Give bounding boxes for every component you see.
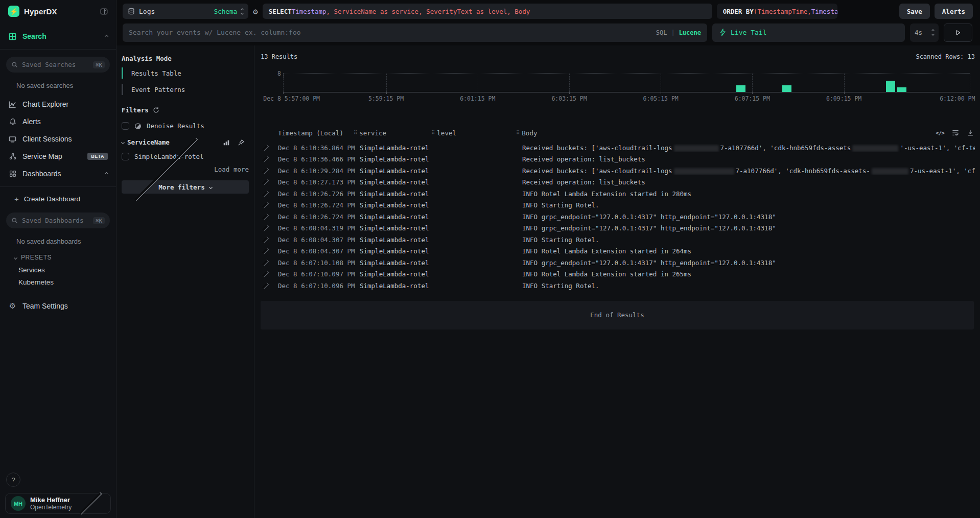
row-expand-cell[interactable] (261, 227, 269, 229)
row-expand-cell[interactable] (261, 285, 269, 287)
drag-handle-icon[interactable]: ⠿ (354, 130, 357, 135)
event-search-input[interactable] (129, 29, 652, 36)
denoise-checkbox[interactable] (122, 122, 129, 130)
row-expand-icon[interactable] (262, 271, 269, 277)
log-row[interactable]: Dec 8 6:10:26.726 PMSimpleLambda-rotelIN… (261, 188, 975, 200)
order-by-input[interactable]: ORDER BY (TimestampTime, Timestamp) DESC (717, 4, 837, 19)
row-expand-cell[interactable] (261, 204, 269, 206)
row-divider (269, 191, 269, 197)
column-header-service[interactable]: ⠿ service (354, 129, 431, 137)
sidebar-item-team-settings[interactable]: ⚙ Team Settings (0, 297, 116, 315)
play-button[interactable] (944, 23, 972, 42)
drag-handle-icon[interactable]: ⠿ (516, 130, 520, 135)
refresh-icon[interactable] (153, 107, 159, 113)
row-expand-cell[interactable] (261, 170, 269, 172)
pin-icon[interactable] (238, 139, 245, 146)
saved-searches-field[interactable] (22, 61, 89, 68)
row-expand-icon[interactable] (262, 214, 269, 220)
log-row[interactable]: Dec 8 6:10:26.724 PMSimpleLambda-rotelIN… (261, 211, 975, 223)
view-source-icon[interactable]: </> (936, 130, 944, 136)
log-row[interactable]: Dec 8 6:10:27.173 PMSimpleLambda-rotelRe… (261, 177, 975, 189)
create-dashboard-button[interactable]: + Create Dashboard (0, 191, 116, 206)
column-header-timestamp[interactable]: Timestamp (Local) (273, 129, 354, 137)
row-expand-cell[interactable] (261, 216, 269, 218)
row-expand-icon[interactable] (262, 237, 269, 243)
mode-results-table[interactable]: Results Table (122, 67, 249, 79)
row-expand-icon[interactable] (262, 191, 269, 197)
lucene-toggle[interactable]: Lucene (679, 29, 701, 36)
row-expand-cell[interactable] (261, 239, 269, 241)
event-search-box[interactable]: SQL | Lucene (123, 23, 707, 42)
body-text: Received operation: list_buckets (522, 155, 645, 163)
live-tail-button[interactable]: Live Tail (712, 23, 905, 42)
histogram-bar[interactable] (886, 81, 895, 92)
row-expand-icon[interactable] (262, 260, 269, 266)
preset-item-services[interactable]: Services (0, 264, 116, 276)
row-expand-cell[interactable] (261, 158, 269, 160)
drag-handle-icon[interactable]: ⠿ (431, 130, 435, 135)
saved-dashboards-input[interactable]: ⌘K (6, 213, 110, 228)
histogram-bar[interactable] (782, 85, 791, 92)
mode-event-patterns[interactable]: Event Patterns (122, 84, 249, 95)
histogram-bar[interactable] (736, 85, 745, 92)
row-expand-cell[interactable] (261, 193, 269, 195)
log-row[interactable]: Dec 8 6:08:04.307 PMSimpleLambda-rotelIN… (261, 246, 975, 257)
log-row[interactable]: Dec 8 6:07:10.096 PMSimpleLambda-rotelIN… (261, 280, 975, 292)
row-expand-cell[interactable] (261, 262, 269, 264)
schema-label[interactable]: Schema (214, 8, 237, 15)
row-expand-icon[interactable] (262, 248, 269, 254)
sidebar-item-alerts[interactable]: Alerts (0, 113, 116, 130)
sidebar-item-dashboards[interactable]: Dashboards (0, 165, 116, 182)
log-row[interactable]: Dec 8 6:07:10.108 PMSimpleLambda-rotelIN… (261, 257, 975, 269)
log-row[interactable]: Dec 8 6:10:29.284 PMSimpleLambda-rotelRe… (261, 165, 975, 177)
more-filters-button[interactable]: More filters (122, 180, 249, 194)
download-icon[interactable] (967, 129, 974, 136)
saved-dashboards-field[interactable] (22, 217, 89, 224)
sidebar-item-client-sessions[interactable]: Client Sessions (0, 130, 116, 148)
filter-group-servicename[interactable]: ServiceName (122, 138, 249, 146)
column-header-level[interactable]: ⠿ level (431, 129, 516, 137)
column-header-body[interactable]: ⠿ Body </> (516, 129, 975, 137)
refresh-interval-select[interactable]: 4s (910, 23, 939, 42)
sidebar-collapse-icon[interactable] (100, 8, 108, 15)
chart-mini-icon[interactable] (223, 139, 230, 146)
histogram-bar[interactable] (897, 87, 906, 92)
sidebar-item-search[interactable]: Search (0, 28, 116, 45)
log-row[interactable]: Dec 8 6:07:10.097 PMSimpleLambda-rotelIN… (261, 269, 975, 280)
load-more-button[interactable]: Load more (122, 166, 249, 173)
filter-value-simplelambda[interactable]: SimpleLambda-rotel (122, 153, 249, 160)
saved-searches-input[interactable]: ⌘K (6, 57, 110, 73)
select-query-input[interactable]: SELECT Timestamp, ServiceName as service… (263, 4, 712, 19)
row-expand-cell[interactable] (261, 181, 269, 183)
user-card[interactable]: MH Mike Heffner OpenTelemetry (5, 493, 111, 514)
alerts-button[interactable]: Alerts (935, 4, 973, 19)
row-expand-icon[interactable] (262, 145, 269, 151)
log-row[interactable]: Dec 8 6:08:04.307 PMSimpleLambda-rotelIN… (261, 234, 975, 246)
cell-body: INFO grpc_endpoint="127.0.0.1:4317" http… (516, 213, 975, 221)
log-row[interactable]: Dec 8 6:10:26.724 PMSimpleLambda-rotelIN… (261, 200, 975, 211)
wrap-lines-icon[interactable] (952, 129, 959, 136)
gear-icon[interactable]: ⚙ (253, 7, 258, 16)
row-expand-icon[interactable] (262, 156, 269, 162)
sidebar-item-chart-explorer[interactable]: Chart Explorer (0, 96, 116, 113)
log-row[interactable]: Dec 8 6:10:36.466 PMSimpleLambda-rotelRe… (261, 154, 975, 166)
presets-toggle[interactable]: PRESETS (0, 251, 116, 264)
help-button[interactable]: ? (6, 473, 20, 487)
row-expand-icon[interactable] (262, 225, 269, 231)
row-expand-icon[interactable] (262, 202, 269, 208)
row-expand-cell[interactable] (261, 147, 269, 149)
sidebar-item-service-map[interactable]: Service Map BETA (0, 148, 116, 165)
denoise-results-option[interactable]: Denoise Results (122, 122, 249, 130)
sql-toggle[interactable]: SQL (656, 29, 667, 36)
save-button[interactable]: Save (899, 4, 930, 19)
preset-item-kubernetes[interactable]: Kubernetes (0, 276, 116, 288)
row-expand-icon[interactable] (262, 168, 269, 174)
row-expand-cell[interactable] (261, 273, 269, 275)
row-expand-icon[interactable] (262, 282, 269, 289)
row-expand-cell[interactable] (261, 250, 269, 252)
log-row[interactable]: Dec 8 6:10:36.864 PMSimpleLambda-rotelRe… (261, 142, 975, 154)
filter-value-checkbox[interactable] (122, 153, 129, 160)
row-expand-icon[interactable] (262, 179, 269, 185)
log-row[interactable]: Dec 8 6:08:04.319 PMSimpleLambda-rotelIN… (261, 223, 975, 234)
source-select[interactable]: Logs Schema (123, 4, 248, 19)
